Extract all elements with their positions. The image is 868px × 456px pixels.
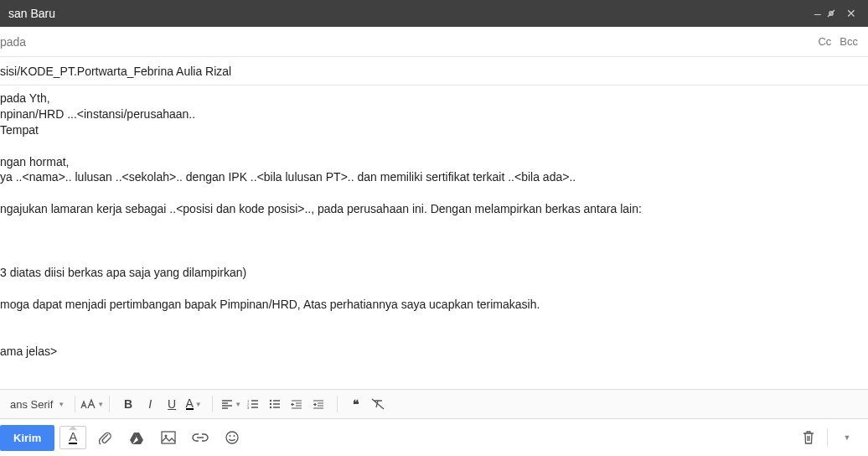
cc-button[interactable]: Cc	[818, 35, 831, 48]
attach-button[interactable]	[91, 426, 118, 449]
remove-format-button[interactable]	[368, 394, 388, 414]
svg-point-7	[165, 435, 168, 438]
font-family-label: ans Serif	[10, 398, 53, 411]
font-family-dropdown[interactable]: ans Serif ▼	[5, 398, 70, 411]
send-button[interactable]: Kirim	[0, 425, 54, 451]
emoji-button[interactable]	[219, 426, 245, 449]
chevron-down-icon: ▼	[235, 401, 241, 408]
compose-title: san Baru	[8, 7, 55, 20]
discard-button[interactable]	[795, 426, 822, 449]
more-options-button[interactable]: ▼	[833, 426, 860, 449]
svg-text:3: 3	[247, 406, 250, 409]
chevron-down-icon: ▼	[97, 401, 104, 408]
close-button[interactable]: ✕	[843, 7, 860, 20]
text-color-button[interactable]: A ▼	[183, 394, 204, 414]
format-toggle-button[interactable]: A	[59, 426, 86, 449]
recipients-row[interactable]: pada Cc Bcc	[0, 27, 868, 57]
compose-body[interactable]: pada Yth, npinan/HRD ...<instansi/perusa…	[0, 86, 868, 389]
format-toolbar: ans Serif ▼ ▼ B I U A ▼ ▼ 123	[0, 389, 868, 419]
italic-button[interactable]: I	[140, 394, 160, 414]
chevron-down-icon: ▼	[195, 401, 202, 408]
minimize-button[interactable]: –	[809, 7, 826, 20]
svg-point-5	[270, 407, 271, 408]
quote-button[interactable]: ❝	[346, 394, 366, 414]
compose-titlebar: san Baru – ✕	[0, 0, 868, 27]
drive-button[interactable]	[123, 426, 150, 449]
svg-point-3	[270, 400, 271, 402]
svg-point-10	[234, 435, 235, 437]
bcc-button[interactable]: Bcc	[840, 35, 858, 48]
bold-button[interactable]: B	[118, 394, 138, 414]
indent-less-button[interactable]	[287, 394, 307, 414]
font-size-button[interactable]: ▼	[80, 394, 104, 414]
indent-more-button[interactable]	[308, 394, 328, 414]
align-button[interactable]: ▼	[221, 394, 241, 414]
ordered-list-button[interactable]: 123	[243, 394, 263, 414]
svg-point-4	[270, 403, 271, 405]
popout-button[interactable]	[826, 8, 843, 18]
bullet-list-button[interactable]	[265, 394, 285, 414]
to-label: pada	[0, 35, 809, 49]
chevron-down-icon: ▼	[844, 433, 851, 442]
chevron-down-icon: ▼	[58, 401, 65, 408]
subject-text: sisi/KODE_PT.Portwarta_Febrina Aulia Riz…	[0, 65, 231, 78]
underline-button[interactable]: U	[162, 394, 182, 414]
subject-row[interactable]: sisi/KODE_PT.Portwarta_Febrina Aulia Riz…	[0, 57, 868, 86]
svg-point-9	[230, 435, 231, 437]
insert-image-button[interactable]	[155, 426, 182, 449]
insert-link-button[interactable]	[187, 426, 214, 449]
svg-rect-6	[162, 432, 175, 443]
send-toolbar: Kirim A ▼	[0, 419, 868, 456]
svg-point-8	[226, 432, 238, 443]
